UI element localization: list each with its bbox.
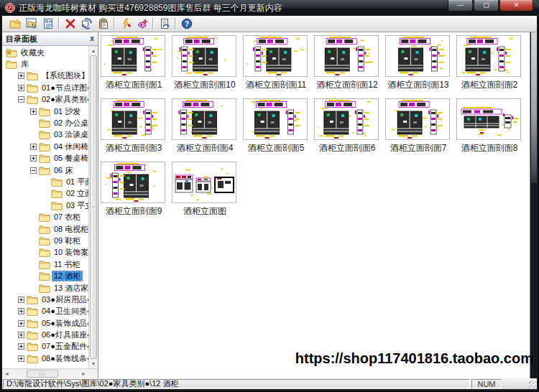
toolbar-separator (175, 18, 176, 29)
tree-item[interactable]: 05 餐桌椅凳 (2, 153, 88, 164)
tree-item-selected[interactable]: 12 酒柜 (2, 270, 88, 281)
expand-icon[interactable] (18, 320, 24, 327)
tree-item[interactable]: 07●五金配件● (2, 341, 88, 353)
tree-item-label: 【系统图块】 (40, 71, 88, 80)
gallery-item[interactable]: 酒柜立面剖面8 (456, 98, 522, 153)
gallery-scrollbar[interactable] (530, 32, 537, 378)
tree-item[interactable]: 02●家具类别● (2, 94, 88, 106)
tree-item[interactable]: 03 洽谈桌 (2, 129, 88, 141)
tree-item[interactable]: 06●灯具插座● (2, 329, 88, 340)
gallery-item-label: 酒柜立面剖面2 (456, 79, 522, 91)
resize-grip[interactable] (527, 378, 537, 389)
tree-item[interactable]: 05●装饰成品● (2, 317, 88, 329)
thumbnail-gallery: 酒柜立面剖面1酒柜立面剖面10酒柜立面剖面11酒柜立面剖面12酒柜立面剖面13酒… (98, 32, 537, 378)
tree-item[interactable]: 04●卫生间类● (2, 306, 88, 317)
gallery-item[interactable]: 酒柜立面剖面3 (101, 98, 167, 153)
redefine-block-icon[interactable] (78, 17, 95, 32)
paste-block-icon[interactable] (95, 17, 111, 32)
tree-item[interactable]: 08●装饰线条● (2, 353, 88, 364)
current-path: D:\海龍设计软件\Sys\图库\02●家具类别●\12 酒柜 (3, 379, 470, 388)
tree-item[interactable]: 02 立面 (2, 188, 88, 200)
expand-icon[interactable] (30, 144, 37, 150)
tree-vertical-scrollbar[interactable]: ▲ ▼ (88, 46, 98, 368)
favorites-folder-icon[interactable] (6, 17, 23, 32)
expand-icon[interactable] (18, 308, 24, 314)
scroll-right-icon[interactable]: ► (79, 369, 88, 378)
tree-item[interactable]: 收藏夹 (2, 47, 88, 58)
folder-icon (51, 201, 63, 210)
folder-icon (51, 177, 63, 187)
tree-item[interactable]: 11 书柜 (2, 258, 88, 270)
expand-icon[interactable] (30, 108, 37, 115)
expand-icon[interactable] (30, 155, 37, 162)
delete-icon[interactable] (62, 17, 78, 32)
tree-item[interactable]: 04 休闲椅 (2, 141, 88, 152)
minimize-button[interactable]: — (448, 0, 473, 11)
block-list-icon[interactable] (40, 17, 56, 32)
tree-item[interactable]: 06 床 (2, 164, 88, 176)
tree-item[interactable]: 01 平面 (2, 176, 88, 187)
tree-hscroll-thumb[interactable] (27, 370, 58, 378)
tree-item[interactable]: 03●厨房用品● (2, 294, 88, 305)
tree-item-label: 03 平立面 (65, 201, 88, 210)
folder-icon (27, 307, 38, 316)
expand-icon[interactable] (18, 332, 24, 338)
help-icon[interactable]: ? (178, 17, 195, 32)
scroll-left-icon[interactable]: ◄ (2, 369, 11, 378)
titlebar: 正版海龙咖啡树素材 购买进476928859图库售后群 每三个月更新内容 — ▢… (0, 0, 539, 16)
gallery-item[interactable]: 酒柜立面剖面12 (314, 35, 380, 90)
add-block-icon[interactable] (134, 17, 150, 32)
toolbar-separator (114, 18, 115, 29)
collapse-icon[interactable] (30, 167, 37, 174)
status-bar: D:\海龍设计软件\Sys\图库\02●家具类别●\12 酒柜 NUM (2, 378, 537, 389)
scroll-up-icon[interactable]: ▲ (89, 46, 98, 55)
gallery-item[interactable]: 酒柜立面剖面5 (243, 98, 309, 153)
gallery-scroll-thumb[interactable] (531, 32, 537, 183)
gallery-item[interactable]: 酒柜立面剖面13 (385, 35, 451, 90)
folder-icon (39, 142, 50, 151)
gallery-item[interactable]: 酒柜立面图 (172, 162, 238, 216)
insert-block-icon[interactable] (23, 17, 40, 32)
attach-icon[interactable] (156, 17, 172, 32)
tree-item[interactable]: 01●节点详图● (2, 82, 88, 93)
purge-icon[interactable] (117, 17, 134, 32)
expand-icon[interactable] (18, 297, 24, 303)
expand-icon[interactable] (18, 343, 24, 350)
gallery-item-label: 酒柜立面剖面6 (314, 142, 380, 154)
tree-item[interactable]: 07 衣柜 (2, 211, 88, 223)
gallery-item[interactable]: 酒柜立面剖面11 (243, 35, 309, 90)
gallery-item[interactable]: 酒柜立面剖面6 (314, 98, 380, 153)
collapse-icon[interactable] (18, 96, 24, 103)
gallery-item[interactable]: 酒柜立面剖面4 (172, 98, 238, 153)
gallery-item[interactable]: 酒柜立面剖面9 (101, 162, 167, 216)
tree-item[interactable]: 【系统图块】 (2, 70, 88, 82)
gallery-item[interactable]: 酒柜立面剖面10 (172, 35, 238, 90)
tree-item-label: 08●装饰线条● (40, 354, 88, 363)
maximize-button[interactable]: ▢ (474, 0, 499, 11)
tree-scroll-thumb[interactable] (90, 55, 97, 359)
cad-thumbnail (385, 35, 450, 77)
folder-icon (39, 248, 50, 257)
tree-item[interactable]: 库 (2, 58, 88, 70)
scroll-down-icon[interactable]: ▼ (89, 359, 98, 368)
favorites-folder-icon (6, 48, 17, 57)
tree-horizontal-scrollbar[interactable]: ◄ ► (2, 368, 98, 378)
gallery-item[interactable]: 酒柜立面剖面7 (385, 98, 451, 153)
close-button[interactable]: ✕ (499, 0, 533, 11)
tree-item[interactable]: 09 鞋柜 (2, 235, 88, 246)
panel-close-icon[interactable]: x (90, 35, 94, 42)
tree-item[interactable]: 03 平立面 (2, 200, 88, 211)
tree-item[interactable]: 13 酒店家具 (2, 282, 88, 294)
svg-text:?: ? (184, 20, 188, 28)
gallery-item[interactable]: 酒柜立面剖面2 (456, 35, 522, 90)
tree-item[interactable]: 01 沙发 (2, 106, 88, 117)
tree-item-label: 10 装饰案几 (52, 248, 88, 257)
expand-icon[interactable] (18, 73, 24, 79)
expand-icon[interactable] (18, 355, 24, 362)
tree-item[interactable]: 08 电视柜 (2, 223, 88, 235)
tree-item[interactable]: 02 办公桌 (2, 117, 88, 129)
gallery-item-label: 酒柜立面剖面7 (385, 142, 451, 154)
tree-item[interactable]: 10 装饰案几 (2, 247, 88, 258)
expand-icon[interactable] (18, 85, 24, 91)
gallery-item[interactable]: 酒柜立面剖面1 (101, 35, 167, 90)
